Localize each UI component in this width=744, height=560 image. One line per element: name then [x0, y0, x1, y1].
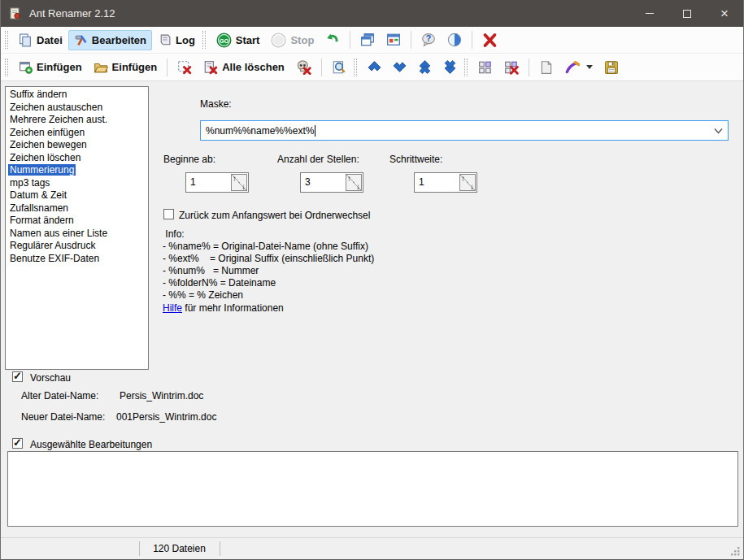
window-title: Ant Renamer 2.12 [29, 7, 631, 20]
help-line: Hilfe für mehr Informationen [163, 302, 284, 314]
svg-text:GO: GO [220, 37, 229, 44]
list-item[interactable]: Mehrere Zeichen aust. [6, 114, 148, 127]
spin-down-icon[interactable]: ↓ [241, 182, 246, 191]
toolbar-grip[interactable] [354, 59, 357, 76]
info-line: - %folderN% = Dateiname [163, 277, 374, 289]
remove-dead-button[interactable] [290, 56, 317, 78]
spin-buttons[interactable]: ↑ ↓ [346, 174, 362, 191]
selected-operations-listbox[interactable] [7, 451, 738, 527]
combo-dropdown-icon[interactable] [714, 128, 723, 134]
arrow-down-icon [393, 60, 407, 74]
toolbar-grip[interactable] [202, 31, 206, 49]
add-folder-button[interactable]: Einfügen [88, 57, 163, 78]
select-all-button[interactable] [472, 57, 498, 78]
list-item[interactable]: Zufallsnamen [6, 202, 148, 215]
close-button[interactable]: × [706, 0, 743, 27]
add-files-label: Einfügen [37, 61, 82, 73]
titlebar[interactable]: Ant Renamer 2.12 × [1, 0, 743, 27]
copy-window-button[interactable] [355, 29, 381, 50]
options-button[interactable] [381, 29, 407, 50]
step-value: 1 [415, 173, 459, 192]
help-suffix: für mehr Informationen [182, 302, 284, 314]
list-item[interactable]: Namen aus einer Liste [6, 228, 148, 241]
toolbar-separator [411, 31, 411, 49]
list-item[interactable]: Format ändern [6, 215, 148, 228]
preview-checkbox[interactable] [12, 371, 23, 382]
add-file-icon [19, 60, 33, 74]
folder-icon [94, 60, 108, 75]
stop-button[interactable]: Stop [265, 29, 320, 51]
start-at-label: Beginne ab: [163, 154, 215, 165]
about-button[interactable] [442, 29, 468, 50]
move-bottom-button[interactable] [437, 57, 463, 77]
preview-search-button[interactable] [326, 57, 352, 78]
move-down-button[interactable] [387, 57, 412, 77]
list-item[interactable]: Zeichen einfügen [6, 127, 148, 140]
new-name-value: 001Persis_Wintrim.doc [116, 411, 216, 423]
help-icon: ? [421, 33, 436, 47]
save-icon [604, 60, 619, 75]
spin-buttons[interactable]: ↑ ↓ [231, 174, 247, 191]
list-item[interactable]: Zeichen austauschen [6, 102, 148, 115]
remove-all-button[interactable]: Alle löschen [198, 57, 290, 78]
list-item[interactable]: Datum & Zeit [6, 189, 148, 202]
spin-up-icon[interactable]: ↑ [233, 174, 237, 183]
spin-down-icon[interactable]: ↓ [470, 182, 474, 191]
list-item[interactable]: mp3 tags [6, 177, 148, 190]
selected-operations-label[interactable]: Ausgewählte Bearbeitungen [30, 439, 152, 450]
brush-icon [565, 60, 580, 75]
reset-on-folder-label[interactable]: Zurück zum Anfangswert bei Ordnerwechsel [179, 210, 370, 221]
list-item[interactable]: Zeichen bewegen [6, 139, 148, 152]
open-actions-button[interactable] [559, 57, 598, 78]
minimize-button[interactable] [631, 0, 668, 27]
spin-up-icon[interactable]: ↑ [347, 174, 351, 183]
new-list-button[interactable] [533, 57, 559, 78]
dropdown-caret-icon [586, 65, 593, 69]
close-icon: × [720, 7, 729, 20]
resize-grip[interactable] [730, 546, 741, 557]
list-item[interactable]: Suffix ändern [6, 89, 148, 102]
maximize-icon [683, 10, 691, 18]
undo-button[interactable] [320, 29, 346, 50]
toolbar-grip[interactable] [464, 59, 468, 76]
spin-buttons[interactable]: ↑ ↓ [459, 174, 476, 191]
move-up-button[interactable] [362, 57, 387, 77]
help-link[interactable]: Hilfe [163, 302, 182, 314]
spin-down-icon[interactable]: ↓ [356, 182, 360, 191]
tab-bearbeiten[interactable]: Bearbeiten [68, 30, 152, 50]
toolbar-separator [321, 59, 322, 76]
spin-up-icon[interactable]: ↑ [461, 174, 465, 183]
reset-on-folder-checkbox[interactable] [163, 209, 174, 219]
start-label: Start [236, 34, 260, 46]
search-icon [332, 60, 346, 75]
list-item[interactable]: Zeichen löschen [6, 152, 148, 165]
start-button[interactable]: GO Start [211, 29, 266, 51]
digits-spinner[interactable]: 3 ↑ ↓ [300, 172, 363, 193]
app-icon [9, 7, 22, 20]
list-item[interactable]: Regulärer Ausdruck [6, 240, 148, 253]
toolbar-grip[interactable] [5, 31, 8, 49]
mask-label: Maske: [200, 98, 232, 110]
toolbar-grip[interactable] [5, 59, 8, 76]
list-item[interactable]: Benutze EXIF-Daten [6, 253, 148, 266]
step-spinner[interactable]: 1 ↑ ↓ [414, 172, 477, 193]
tab-log[interactable]: Log [152, 30, 201, 50]
maximize-button[interactable] [668, 0, 706, 27]
add-files-button[interactable]: Einfügen [13, 57, 88, 77]
remove-selected-button[interactable] [172, 57, 198, 78]
save-actions-button[interactable] [598, 57, 624, 78]
mask-value: %num%%name%%ext% [206, 125, 314, 137]
help-button[interactable]: ? [416, 29, 442, 50]
info-line: - %ext% = Original Suffix (einschließlic… [163, 253, 374, 265]
operations-listbox[interactable]: Suffix ändern Zeichen austauschen Mehrer… [5, 86, 149, 370]
deselect-all-button[interactable] [498, 57, 524, 78]
list-item-selected[interactable]: Nummerierung [6, 164, 148, 177]
exit-button[interactable] [476, 29, 503, 51]
tab-datei[interactable]: Datei [13, 30, 68, 50]
mask-combobox[interactable]: %num%%name%%ext% [200, 120, 729, 141]
move-top-button[interactable] [412, 57, 437, 77]
preview-label[interactable]: Vorschau [30, 372, 71, 384]
selected-operations-checkbox[interactable] [12, 438, 23, 449]
minimize-icon [646, 13, 654, 14]
start-at-spinner[interactable]: 1 ↑ ↓ [185, 172, 249, 193]
